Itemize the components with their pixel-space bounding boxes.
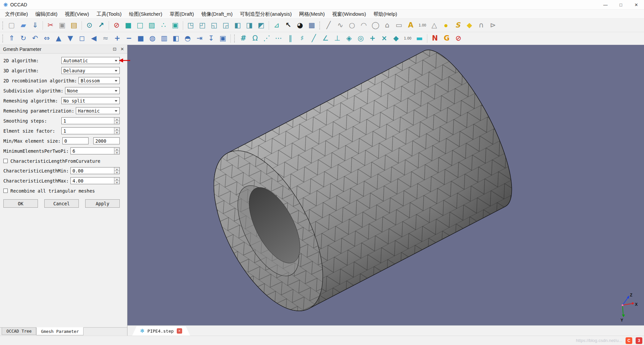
- paste-icon[interactable]: ▤: [68, 20, 80, 30]
- cut-icon[interactable]: ✂: [45, 20, 56, 30]
- constraint-lock-icon[interactable]: Ω: [249, 33, 261, 44]
- snap-diamond-icon[interactable]: ◈: [343, 33, 355, 44]
- cancel-button[interactable]: Cancel: [44, 199, 79, 208]
- menu-view[interactable]: 视图(View): [61, 11, 93, 17]
- display-flat-icon[interactable]: ▣: [169, 20, 181, 30]
- menu-edit[interactable]: 编辑(Edit): [32, 11, 61, 17]
- gmsh-mesh-icon[interactable]: G: [441, 33, 452, 44]
- spin-down-icon[interactable]: ▼: [114, 151, 119, 154]
- spin-up-icon[interactable]: ▲: [114, 178, 119, 181]
- view-bottom-icon[interactable]: ◨: [244, 20, 255, 30]
- sketch-face-icon[interactable]: ◆: [464, 20, 475, 30]
- sketch-handles-icon[interactable]: ∩: [475, 20, 487, 30]
- rotate-back-icon[interactable]: ↶: [29, 33, 41, 44]
- display-shaded-icon[interactable]: ■: [122, 20, 134, 30]
- characteristic-length-min-input[interactable]: 0.00 ▲ ▼: [70, 167, 120, 174]
- cube-icon[interactable]: ■: [135, 33, 147, 44]
- spin-up-icon[interactable]: ▲: [114, 128, 119, 131]
- sketch-rectangle-icon[interactable]: ▭: [393, 20, 405, 30]
- sketch-ellipse-icon[interactable]: ◯: [370, 20, 381, 30]
- spin-down-icon[interactable]: ▼: [114, 170, 119, 174]
- 3d-algorithm-select[interactable]: Delaunay: [61, 67, 120, 74]
- pan-move-icon[interactable]: ⇑: [6, 33, 17, 44]
- menu-mesh[interactable]: 网格(Mesh): [296, 11, 329, 17]
- sphere-icon[interactable]: ◍: [147, 33, 158, 44]
- window-fit-icon[interactable]: ▣: [217, 33, 229, 44]
- mirror-icon[interactable]: ◧: [170, 33, 182, 44]
- spin-down-icon[interactable]: ▼: [114, 181, 119, 184]
- sketch-bspline-icon[interactable]: △: [428, 20, 440, 30]
- delete-point-icon[interactable]: ×: [378, 33, 390, 44]
- sketch-text-icon[interactable]: A: [405, 20, 417, 30]
- remeshing-parametrization-select[interactable]: Harmonic: [76, 107, 120, 114]
- smoothing-steps-input[interactable]: 1 ▲ ▼: [61, 117, 120, 124]
- menu-help[interactable]: 帮助(Help): [370, 11, 401, 17]
- subtract-icon[interactable]: −: [123, 33, 135, 44]
- maximize-button[interactable]: □: [613, 0, 629, 9]
- pipe-mesh-canvas[interactable]: [127, 45, 644, 325]
- characteristic-length-from-curvature-checkbox[interactable]: [3, 159, 8, 163]
- subdivision-select[interactable]: None: [65, 87, 120, 94]
- move-horizontal-icon[interactable]: ⇔: [41, 33, 53, 44]
- tab-gmesh-parameter[interactable]: Gmesh Parameter: [36, 327, 84, 335]
- menu-tools[interactable]: 工具(Tools): [93, 11, 125, 17]
- sketch-circle-icon[interactable]: ○: [346, 20, 358, 30]
- close-tab-icon[interactable]: ✕: [177, 328, 182, 334]
- zoom-fit-icon[interactable]: ↗: [95, 20, 107, 30]
- menu-analysis[interactable]: 可制造型分析(analysis): [236, 11, 295, 17]
- ok-button[interactable]: OK: [3, 199, 38, 208]
- 2d-recombination-select[interactable]: Blossom: [78, 77, 120, 84]
- perpendicular-icon[interactable]: ⊥: [331, 33, 343, 44]
- sketch-dimension-icon[interactable]: 1.00: [417, 20, 428, 30]
- menu-draft-m[interactable]: 镜像(Draft_m): [198, 11, 236, 17]
- snap-grid-icon[interactable]: #: [237, 33, 249, 44]
- arrow-down-icon[interactable]: ▼: [64, 33, 76, 44]
- sketch-polyline-icon[interactable]: ∿: [334, 20, 346, 30]
- measure-icon[interactable]: ⊿: [271, 20, 282, 30]
- color-palette-icon[interactable]: ◕: [294, 20, 306, 30]
- dome-icon[interactable]: ◓: [182, 33, 194, 44]
- spin-up-icon[interactable]: ▲: [114, 148, 119, 151]
- diagonal-line-icon[interactable]: ╱: [308, 33, 320, 44]
- menu-draft[interactable]: 草图(Draft): [166, 11, 198, 17]
- new-file-icon[interactable]: ▢: [6, 20, 17, 30]
- angle-line-icon[interactable]: ∠: [320, 33, 331, 44]
- concentric-icon[interactable]: ◎: [355, 33, 367, 44]
- parallel-icon[interactable]: ∥: [284, 33, 296, 44]
- cone-view-icon[interactable]: ◀: [88, 33, 100, 44]
- select-box-icon[interactable]: ◻: [76, 33, 88, 44]
- drop-pin-icon[interactable]: ↧: [205, 33, 217, 44]
- dimension-value-icon[interactable]: 1.00: [402, 33, 414, 44]
- view-rear-icon[interactable]: ◧: [232, 20, 244, 30]
- display-off-icon[interactable]: ⊘: [111, 20, 122, 30]
- document-tab[interactable]: ✻ PIPE4.step ✕: [132, 326, 190, 336]
- minimum-elements-per-two-pi-input[interactable]: 6 ▲ ▼: [70, 147, 120, 154]
- remeshing-algorithm-select[interactable]: No split: [61, 97, 120, 104]
- menu-windows[interactable]: 视窗(Windows): [328, 11, 370, 17]
- sketch-spline-icon[interactable]: S: [452, 20, 464, 30]
- axes-cross-icon[interactable]: ♯: [296, 33, 308, 44]
- close-panel-icon[interactable]: ✕: [120, 47, 124, 52]
- max-element-size-input[interactable]: 2000: [93, 137, 120, 144]
- mesh-off-icon[interactable]: ⊘: [452, 33, 464, 44]
- ellipsis-dots-icon[interactable]: ⋯: [273, 33, 284, 44]
- zoom-window-icon[interactable]: ⊙: [84, 20, 95, 30]
- view-axonometric-icon[interactable]: ◳: [185, 20, 197, 30]
- sketch-tag-icon[interactable]: ⊳: [487, 20, 499, 30]
- plane-rect-icon[interactable]: ▬: [414, 33, 425, 44]
- smooth-curve-icon[interactable]: ≈: [100, 33, 111, 44]
- tab-occad-tree[interactable]: OCCAD Tree: [2, 328, 36, 335]
- solid-box-icon[interactable]: ◆: [390, 33, 402, 44]
- display-points-icon[interactable]: ∴: [158, 20, 169, 30]
- add-point-icon[interactable]: +: [367, 33, 378, 44]
- sketch-line-icon[interactable]: ╱: [323, 20, 334, 30]
- view-front-icon[interactable]: ◰: [197, 20, 208, 30]
- select-cursor-icon[interactable]: ↖: [282, 20, 294, 30]
- background-image-icon[interactable]: ▦: [306, 20, 318, 30]
- open-folder-icon[interactable]: ▰: [17, 20, 29, 30]
- display-hidden-line-icon[interactable]: ▨: [146, 20, 158, 30]
- netgen-mesh-icon[interactable]: N: [429, 33, 441, 44]
- float-panel-icon[interactable]: ⊡: [113, 47, 116, 52]
- menu-sketcher[interactable]: 绘图(Sketcher): [125, 11, 166, 17]
- spin-up-icon[interactable]: ▲: [114, 118, 119, 121]
